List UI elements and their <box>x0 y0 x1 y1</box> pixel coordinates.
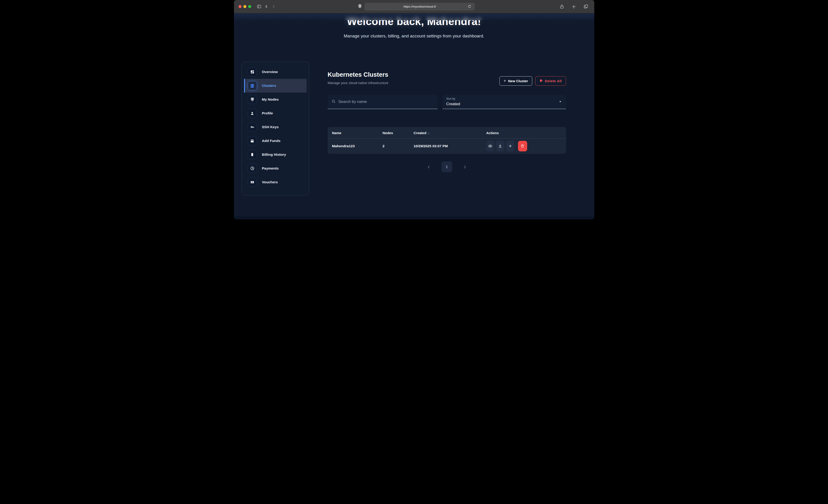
cell-cluster-name: Mahendra123 <box>332 144 383 148</box>
sort-label: Sort by <box>446 97 562 100</box>
sidebar-item-add-funds[interactable]: Add Funds <box>244 134 306 148</box>
sidebar-item-overview[interactable]: Overview <box>244 65 306 79</box>
sidebar-item-label: Clusters <box>262 84 276 88</box>
key-icon <box>248 122 257 132</box>
sort-select[interactable]: Sort by Created ▼ <box>443 95 566 109</box>
sidebar-item-vouchers[interactable]: Vouchers <box>244 175 306 189</box>
back-button[interactable] <box>263 4 270 9</box>
chevron-down-icon: ▼ <box>559 100 562 103</box>
table-header: Name Nodes Created↕ Actions <box>328 127 566 138</box>
delete-all-button[interactable]: Delete All <box>535 76 566 86</box>
sort-value: Created <box>446 102 562 107</box>
cell-nodes-count: 2 <box>383 144 414 148</box>
main-content: Kubernetes Clusters Manage your cloud-na… <box>328 71 566 172</box>
forward-button[interactable] <box>270 4 277 9</box>
page-subtitle: Manage your cloud-native infrastructure <box>328 81 388 85</box>
sidebar-item-label: Profile <box>262 111 273 115</box>
sidebar-item-ssh-keys[interactable]: SSH Keys <box>244 120 306 134</box>
add-node-button[interactable] <box>506 141 514 152</box>
new-cluster-button[interactable]: + New Cluster <box>499 76 532 86</box>
search-input[interactable] <box>338 99 434 104</box>
column-created[interactable]: Created↕ <box>414 131 486 135</box>
profile-icon <box>248 109 257 118</box>
cell-created-date: 10/29/2025 03:07 PM <box>414 144 486 148</box>
page-title: Kubernetes Clusters <box>328 71 388 78</box>
zoom-window-button[interactable] <box>248 5 251 8</box>
sidebar-item-label: My Nodes <box>262 97 279 101</box>
sort-arrows-icon: ↕ <box>428 131 429 135</box>
tab-overview-icon[interactable] <box>582 4 590 9</box>
column-name: Name <box>332 131 383 135</box>
search-field <box>328 95 438 109</box>
address-bar[interactable]: https://myceliumcloud.tf <box>365 3 475 10</box>
privacy-shield-icon <box>358 4 362 9</box>
delete-cluster-button[interactable] <box>518 141 527 152</box>
sidebar-item-my-nodes[interactable]: My Nodes <box>244 93 306 107</box>
traffic-lights <box>239 5 251 8</box>
sidebar-item-label: SSH Keys <box>262 125 279 129</box>
search-icon <box>331 99 336 104</box>
sidebar-item-label: Payments <box>262 166 279 170</box>
new-tab-icon[interactable] <box>570 4 578 9</box>
row-actions <box>486 141 562 152</box>
welcome-subtitle: Manage your clusters, billing, and accou… <box>234 34 594 39</box>
previous-page-icon[interactable] <box>427 165 431 169</box>
wallet-icon <box>248 136 257 145</box>
table-row: Mahendra123 2 10/29/2025 03:07 PM <box>328 138 566 154</box>
url-area: https://myceliumcloud.tf <box>277 3 556 10</box>
sidebar-toggle-icon[interactable] <box>255 4 263 9</box>
sidebar-item-billing-history[interactable]: Billing History <box>244 148 306 162</box>
pagination: 1 <box>328 162 566 172</box>
browser-window: https://myceliumcloud.tf Welcome back, M… <box>234 0 594 219</box>
clock-icon <box>248 164 257 173</box>
share-icon[interactable] <box>558 4 566 9</box>
download-kubeconfig-button[interactable] <box>496 141 504 152</box>
next-page-icon[interactable] <box>463 165 467 169</box>
minimize-window-button[interactable] <box>243 5 246 8</box>
sidebar-item-profile[interactable]: Profile <box>244 107 306 120</box>
servers-icon <box>248 81 257 90</box>
voucher-icon <box>248 177 257 187</box>
overview-grid-icon <box>248 67 257 77</box>
url-text: https://myceliumcloud.tf <box>403 5 436 8</box>
sidebar-item-label: Billing History <box>262 153 286 157</box>
top-blur-band <box>234 13 594 20</box>
browser-chrome: https://myceliumcloud.tf <box>234 0 594 13</box>
plus-icon: + <box>503 79 506 83</box>
receipt-icon <box>248 150 257 159</box>
chrome-right-buttons <box>558 4 590 9</box>
trash-icon <box>539 79 543 83</box>
column-nodes: Nodes <box>383 131 414 135</box>
close-window-button[interactable] <box>239 5 242 8</box>
dashboard-page: Welcome back, Mahendra! Manage your clus… <box>234 13 594 219</box>
sidebar-item-label: Add Funds <box>262 139 281 143</box>
sidebar-item-clusters[interactable]: Clusters <box>244 79 306 93</box>
reload-icon[interactable] <box>466 5 473 8</box>
clusters-table: Name Nodes Created↕ Actions Mahendra123 … <box>328 127 566 154</box>
column-actions: Actions <box>486 131 562 135</box>
sidebar-item-payments[interactable]: Payments <box>244 162 306 175</box>
sidebar-item-label: Overview <box>262 70 278 74</box>
sidebar-item-label: Vouchers <box>262 180 278 184</box>
view-cluster-button[interactable] <box>486 141 494 152</box>
nodes-icon <box>248 95 257 104</box>
page-number-button[interactable]: 1 <box>442 162 452 172</box>
sidebar: Overview Clusters My Nodes <box>242 61 309 196</box>
